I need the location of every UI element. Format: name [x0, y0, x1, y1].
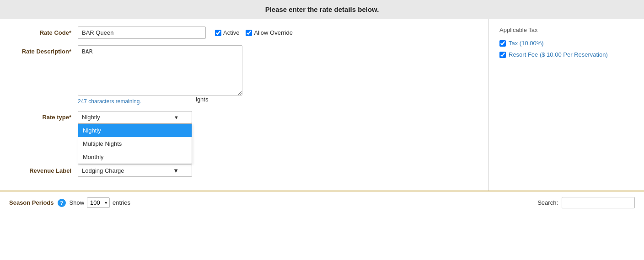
rate-type-dropdown-container: Nightly ▼ Nightly Multiple Nights Monthl…	[78, 111, 192, 123]
dropdown-arrow-icon: ▼	[174, 115, 179, 120]
revenue-dropdown-arrow-icon: ▼	[173, 167, 179, 174]
dropdown-item-monthly[interactable]: Monthly	[78, 150, 192, 164]
tax-checkbox-2[interactable]	[499, 52, 506, 58]
show-label: Show	[70, 199, 85, 206]
rate-type-label: Rate type*	[14, 111, 78, 121]
season-periods-section: Season Periods ? Show 10 25 50 100 entri…	[0, 191, 644, 214]
active-checkbox-label[interactable]: Active	[215, 29, 239, 36]
rate-type-dropdown-display[interactable]: Nightly ▼	[78, 111, 192, 123]
revenue-label-dropdown[interactable]: Lodging Charge ▼	[78, 164, 192, 177]
show-entries: Show 10 25 50 100 entries	[70, 197, 131, 208]
help-icon[interactable]: ?	[58, 199, 66, 207]
allow-override-checkbox[interactable]	[246, 30, 252, 36]
multiple-nights-hint: ights	[196, 96, 208, 103]
dropdown-item-nightly[interactable]: Nightly	[78, 124, 192, 137]
revenue-label-label: Revenue Label	[14, 164, 78, 174]
rate-code-input[interactable]	[78, 27, 206, 39]
rate-description-textarea[interactable]: BAR	[78, 45, 242, 96]
rate-type-row: Rate type* Nightly ▼ Nightly Multiple Ni…	[14, 111, 474, 123]
entries-wrapper: 10 25 50 100	[87, 197, 110, 208]
tax-item-1: Tax (10.00%)	[499, 40, 633, 47]
revenue-label-controls: Lodging Charge ▼	[78, 164, 474, 177]
tax-checkbox-1[interactable]	[499, 40, 506, 47]
dropdown-item-multiple-nights[interactable]: Multiple Nights	[78, 137, 192, 150]
rate-type-controls: Nightly ▼ Nightly Multiple Nights Monthl…	[78, 111, 474, 123]
allow-override-label: Allow Override	[254, 29, 293, 36]
revenue-label-row: Revenue Label Lodging Charge ▼	[14, 164, 474, 177]
search-area: Search:	[537, 197, 635, 208]
rate-code-label: Rate Code*	[14, 27, 78, 36]
allow-override-checkbox-label[interactable]: Allow Override	[246, 29, 293, 36]
active-checkbox[interactable]	[215, 30, 221, 36]
search-label: Search:	[537, 199, 558, 206]
char-remaining: 247 characters remaining.	[78, 98, 474, 105]
page-title: Please enter the rate details below.	[9, 5, 635, 13]
revenue-label-value: Lodging Charge	[82, 167, 124, 174]
rate-description-label: Rate Description*	[14, 45, 78, 55]
active-label: Active	[223, 29, 239, 36]
search-input[interactable]	[562, 197, 635, 208]
tax-label-2[interactable]: Resort Fee ($ 10.00 Per Reservation)	[509, 51, 608, 58]
rate-code-controls: Active Allow Override	[78, 27, 474, 39]
rate-description-row: Rate Description* BAR 247 characters rem…	[14, 45, 474, 105]
tax-label-1[interactable]: Tax (10.00%)	[509, 40, 544, 47]
rate-type-dropdown-menu: Nightly Multiple Nights Monthly	[78, 123, 192, 164]
rate-type-selected-value: Nightly	[82, 114, 100, 121]
applicable-tax-panel: Applicable Tax Tax (10.00%) Resort Fee (…	[488, 19, 644, 191]
tax-item-2: Resort Fee ($ 10.00 Per Reservation)	[499, 51, 633, 58]
entries-select[interactable]: 10 25 50 100	[87, 197, 110, 208]
applicable-tax-title: Applicable Tax	[499, 27, 633, 33]
rate-description-controls: BAR 247 characters remaining.	[78, 45, 474, 105]
form-panel: Rate Code* Active Allow Override Rate De…	[0, 19, 488, 191]
season-periods-left: Season Periods ? Show 10 25 50 100 entri…	[9, 197, 130, 208]
page-header: Please enter the rate details below.	[0, 0, 644, 19]
season-periods-label: Season Periods	[9, 199, 54, 206]
main-content: Rate Code* Active Allow Override Rate De…	[0, 19, 644, 191]
rate-code-row: Rate Code* Active Allow Override	[14, 27, 474, 39]
checkbox-group: Active Allow Override	[215, 29, 293, 36]
entries-label: entries	[113, 199, 130, 206]
